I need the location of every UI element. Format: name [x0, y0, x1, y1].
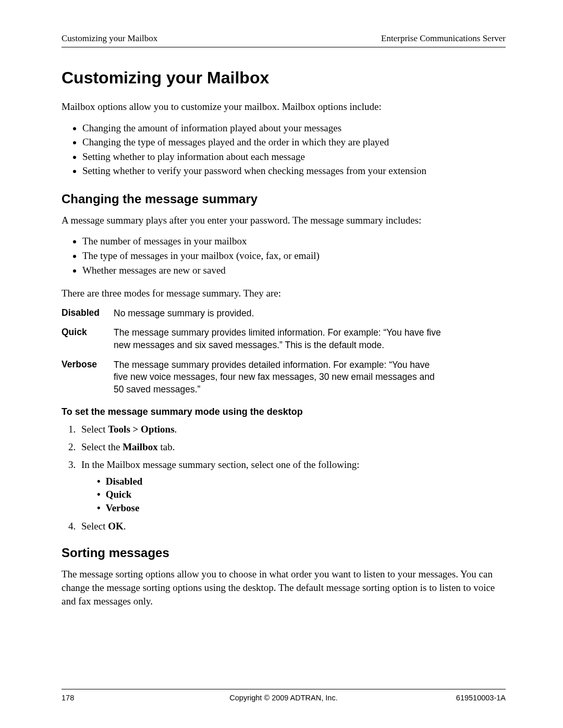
- summary-paragraph-2: There are three modes for message summar…: [62, 287, 506, 300]
- page-title: Customizing your Mailbox: [62, 68, 506, 88]
- header-left: Customizing your Mailbox: [62, 33, 157, 44]
- page-footer: 178 Copyright © 2009 ADTRAN, Inc. 619510…: [62, 689, 506, 702]
- step-text: .: [124, 521, 126, 532]
- step-text: .: [175, 424, 177, 435]
- definition-term: Verbose: [62, 359, 114, 396]
- definition-description: The message summary provides detailed in…: [114, 359, 506, 396]
- list-item: Quick: [97, 488, 506, 501]
- definition-term: Disabled: [62, 307, 114, 320]
- section-heading-summary: Changing the message summary: [62, 192, 506, 206]
- header-right: Enterprise Communications Server: [381, 33, 506, 44]
- list-item: The type of messages in your mailbox (vo…: [82, 249, 506, 263]
- step-text: Select: [81, 521, 108, 532]
- step-text: tab.: [158, 441, 175, 452]
- list-item: Changing the amount of information playe…: [82, 121, 506, 135]
- step-item: Select OK.: [78, 521, 506, 532]
- footer-copyright: Copyright © 2009 ADTRAN, Inc.: [62, 694, 506, 702]
- definition-table: Disabled No message summary is provided.…: [62, 307, 506, 396]
- step-bold: Mailbox: [123, 441, 158, 452]
- step-bold: Tools > Options: [108, 424, 174, 435]
- summary-paragraph-1: A message summary plays after you enter …: [62, 214, 506, 227]
- section-heading-sorting: Sorting messages: [62, 546, 506, 560]
- definition-row: Quick The message summary provides limit…: [62, 327, 506, 351]
- step-item: Select Tools > Options.: [78, 424, 506, 435]
- steps-list: Select Tools > Options. Select the Mailb…: [78, 424, 506, 533]
- definition-row: Verbose The message summary provides det…: [62, 359, 506, 396]
- page-header: Customizing your Mailbox Enterprise Comm…: [62, 33, 506, 47]
- list-item: The number of messages in your mailbox: [82, 234, 506, 249]
- document-page: Customizing your Mailbox Enterprise Comm…: [0, 0, 563, 728]
- list-item: Setting whether to verify your password …: [82, 164, 506, 178]
- list-item: Whether messages are new or saved: [82, 263, 506, 278]
- definition-description: The message summary provides limited inf…: [114, 327, 506, 351]
- sorting-paragraph: The message sorting options allow you to…: [62, 567, 506, 608]
- list-item: Changing the type of messages played and…: [82, 135, 506, 150]
- step-text: Select the: [81, 441, 123, 452]
- step-text: In the Mailbox message summary section, …: [81, 459, 359, 470]
- definition-description: No message summary is provided.: [114, 307, 506, 320]
- definition-row: Disabled No message summary is provided.: [62, 307, 506, 320]
- definition-term: Quick: [62, 327, 114, 351]
- list-item: Setting whether to play information abou…: [82, 150, 506, 164]
- step-text: Select: [81, 424, 108, 435]
- inner-bullet-list: Disabled Quick Verbose: [97, 475, 506, 515]
- intro-bullet-list: Changing the amount of information playe…: [82, 121, 506, 178]
- intro-paragraph: Mailbox options allow you to customize y…: [62, 100, 506, 114]
- list-item: Disabled: [97, 475, 506, 488]
- step-item: In the Mailbox message summary section, …: [78, 459, 506, 515]
- step-item: Select the Mailbox tab.: [78, 441, 506, 453]
- summary-bullet-list: The number of messages in your mailbox T…: [82, 234, 506, 277]
- step-bold: OK: [108, 521, 124, 532]
- subheading-set-mode: To set the message summary mode using th…: [62, 406, 506, 417]
- list-item: Verbose: [97, 501, 506, 515]
